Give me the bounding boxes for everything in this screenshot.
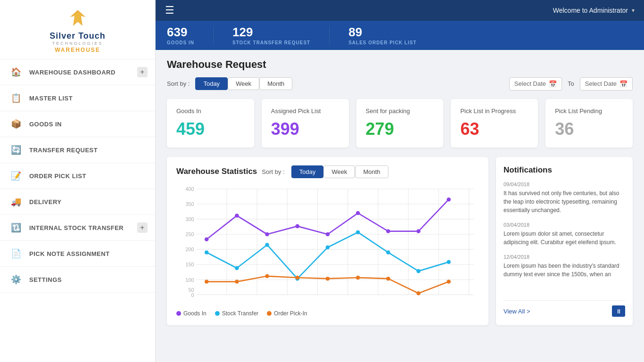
svg-point-41 [386,250,390,255]
svg-point-32 [386,229,390,233]
nav-icon-order-pick-list: 📝 [9,169,23,182]
notif-date-2: 12/04/2018 [504,254,625,260]
page-title: Warehouse Request [167,58,633,71]
svg-point-37 [265,243,269,247]
stat-cards-row: Goods In 459 Assigned Pick List 399 Sent… [167,99,633,148]
stat-item-0: 639 GOODS IN [167,25,194,45]
svg-point-45 [235,280,239,284]
nav-icon-internal-stock-transfer: 🔃 [9,221,23,234]
chart-sort-btn-today[interactable]: Today [291,165,324,178]
notif-date-1: 03/04/2018 [504,222,625,228]
svg-point-50 [386,276,390,280]
sidebar-item-delivery[interactable]: 🚚 DELIVERY [0,189,155,215]
sidebar-item-goods-in[interactable]: 📦 GOODS IN [0,111,155,137]
notifications-list: 09/04/2018 It has survived not only five… [504,181,625,286]
nav-icon-delivery: 🚚 [9,195,23,208]
nav-icon-master-list: 📋 [9,91,23,105]
chart-legend: Goods In Stock Transfer Order Pick-In [176,310,479,317]
stat-card-0: Goods In 459 [167,99,254,148]
date-from-input[interactable]: Select Date 📅 [509,77,562,90]
calendar-icon-2: 📅 [619,80,627,88]
svg-text:0: 0 [191,292,194,297]
hamburger-menu[interactable]: ☰ [165,4,174,16]
card-number-0: 459 [176,119,245,139]
wr-sort-btn-month[interactable]: Month [259,77,292,90]
chart-sort-btn-month[interactable]: Month [355,165,388,178]
welcome-dropdown-arrow[interactable]: ▾ [632,7,635,14]
svg-point-28 [265,232,269,236]
view-all-link[interactable]: View All > [504,308,530,315]
svg-point-26 [205,237,209,241]
svg-point-52 [447,280,451,284]
pause-button[interactable]: ⏸ [612,305,625,317]
nav-icon-settings: ⚙️ [9,273,23,286]
nav-label-settings: SETTINGS [29,276,146,283]
stat-label-2: SALES ORDER PICK LIST [348,40,416,45]
date-to-text: Select Date [585,80,617,87]
svg-point-33 [416,229,421,233]
nav-icon-warehouse-dashboard: 🏠 [9,66,23,79]
legend-item-2: Order Pick-In [267,310,307,317]
chart-sort-btn-week[interactable]: Week [323,165,355,178]
chart-sort-label: Sort by : [262,168,284,175]
svg-point-36 [235,266,239,270]
legend-item-0: Goods In [176,310,206,317]
stat-divider-1 [213,26,214,45]
brand-name: Silver Touch [9,31,146,41]
chart-sort-buttons: TodayWeekMonth [291,165,388,178]
svg-point-29 [296,224,300,228]
svg-point-27 [235,214,239,218]
nav-plus-warehouse-dashboard[interactable]: + [137,67,148,77]
notif-text-1: Lorem ipsum dolor sit amet, consectetur … [504,230,625,247]
svg-point-39 [326,245,330,249]
nav-icon-pick-note-assignment: 📄 [9,247,23,260]
card-title-1: Assigned Pick List [271,107,339,115]
sidebar-item-order-pick-list[interactable]: 📝 ORDER PICK LIST [0,163,155,189]
logo-svg [66,8,90,27]
wr-sort-btn-week[interactable]: Week [228,77,259,90]
nav-label-order-pick-list: ORDER PICK LIST [29,173,146,180]
notifications-footer: View All > ⏸ [504,300,625,317]
svg-text:150: 150 [186,262,194,267]
chart-title: Warehouse Statistics [176,167,257,176]
stats-bar: 639 GOODS IN 129 STOCK TRANSFER REQUEST … [156,21,644,50]
wr-sort-buttons: TodayWeekMonth [195,77,292,90]
stat-label-1: STOCK TRANSFER REQUEST [232,40,310,45]
notification-item-2: 12/04/2018 Lorem ipsum has been the indu… [504,254,625,279]
card-title-4: Pick List Pending [555,107,623,115]
date-to-input[interactable]: Select Date 📅 [580,77,633,90]
sidebar-item-settings[interactable]: ⚙️ SETTINGS [0,267,155,293]
date-from-text: Select Date [514,80,546,87]
notification-item-1: 03/04/2018 Lorem ipsum dolor sit amet, c… [504,222,625,247]
nav-plus-internal-stock-transfer[interactable]: + [137,222,148,233]
sidebar-item-transfer-request[interactable]: 🔄 TRANSFER REQUEST [0,137,155,163]
svg-point-30 [326,232,330,236]
svg-point-34 [447,197,451,201]
chart-section: Warehouse Statistics Sort by : TodayWeek… [167,157,488,326]
sidebar: Silver Touch TECHNOLOGIES WAREHOUSE 🏠 WA… [0,0,156,362]
card-number-1: 399 [271,119,339,139]
sidebar-item-master-list[interactable]: 📋 MASTER LIST [0,85,155,111]
svg-text:400: 400 [186,186,194,192]
sidebar-item-pick-note-assignment[interactable]: 📄 PICK NOTE ASSIGNMENT [0,241,155,267]
legend-label-1: Stock Transfer [222,310,258,317]
svg-point-40 [356,230,360,234]
nav-label-pick-note-assignment: PICK NOTE ASSIGNMENT [29,250,146,257]
notifications-section: Notifications 09/04/2018 It has survived… [496,157,633,326]
nav-label-internal-stock-transfer: INTERNAL STOCK TRANSFER [29,224,146,231]
stat-item-1: 129 STOCK TRANSFER REQUEST [232,25,310,45]
legend-label-0: Goods In [183,310,206,317]
top-header: ☰ Welcome to Administrator ▾ [156,0,644,21]
sidebar-item-internal-stock-transfer[interactable]: 🔃 INTERNAL STOCK TRANSFER + [0,215,155,241]
nav-label-delivery: DELIVERY [29,198,146,206]
svg-point-46 [265,274,269,278]
svg-point-47 [296,275,300,280]
svg-text:100: 100 [186,277,194,282]
sort-label: Sort by : [167,80,190,87]
stat-number-1: 129 [232,25,310,39]
sidebar-item-warehouse-dashboard[interactable]: 🏠 WAREHOUSE DASHBOARD + [0,59,155,85]
svg-point-42 [416,269,421,273]
notif-date-0: 09/04/2018 [504,181,625,187]
svg-point-43 [447,260,451,264]
wr-sort-btn-today[interactable]: Today [195,77,228,90]
